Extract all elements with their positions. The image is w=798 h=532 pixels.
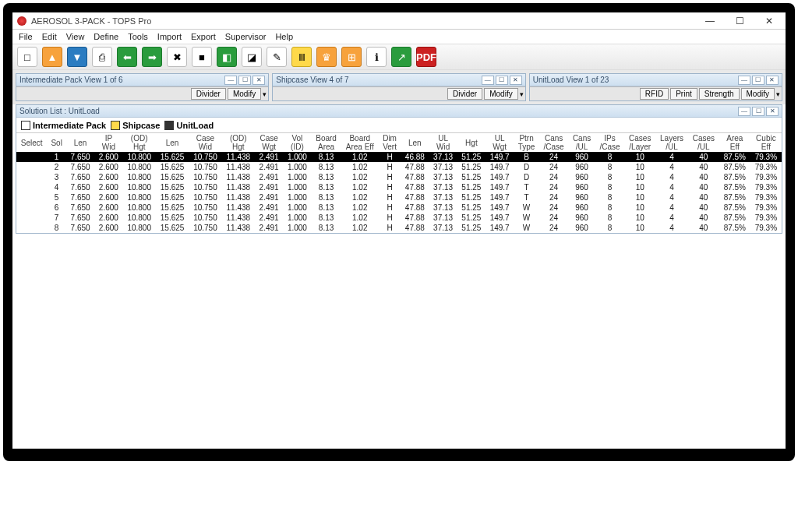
col-header[interactable]: Dim Vert [379,133,401,152]
col-header[interactable]: Len [401,133,429,152]
chart-icon[interactable]: ↗ [391,47,411,67]
solution-list-title: Solution List : UnitLoad [19,107,738,115]
pdf-icon[interactable]: PDF [416,47,436,67]
footer-btn-rfid[interactable]: RFID [640,88,669,100]
solution-table[interactable]: SelectSolLenIP Wid(OD) HgtLenCase Wid(OD… [16,133,782,233]
col-header[interactable]: UL Wgt [486,133,514,152]
col-header[interactable]: IP Wid [94,133,122,152]
col-header[interactable]: UL Wid [429,133,457,152]
edit-icon[interactable]: ✎ [267,47,287,67]
col-header[interactable]: Board Area Eff [341,133,379,152]
table-row[interactable]: 17.6502.60010.80015.62510.75011.4382.491… [16,152,782,162]
footer-btn-modify[interactable]: Modify [228,88,261,100]
menu-define[interactable]: Define [94,32,118,41]
col-header[interactable]: Case Wgt [255,133,283,152]
pane-title-shipcase: Shipcase View 4 of 7 [276,76,481,84]
col-header[interactable]: Hgt [457,133,486,152]
col-header[interactable]: Select [16,133,47,152]
pane-title-intermediate: Intermediate Pack View 1 of 6 [19,76,224,84]
menu-file[interactable]: File [19,32,33,41]
pane-max-icon[interactable]: ☐ [496,76,508,85]
menu-edit[interactable]: Edit [42,32,57,41]
col-header[interactable]: (OD) Hgt [123,133,156,152]
col-header[interactable]: Case Wid [189,133,221,152]
print-icon[interactable]: ⎙ [92,47,112,67]
col-header[interactable]: Len [156,133,189,152]
col-header[interactable]: Cubic Eff [750,133,782,152]
pane-min-icon[interactable]: — [224,76,237,85]
solution-list-pane: Solution List : UnitLoad —☐✕ Intermediat… [16,104,782,234]
table-row[interactable]: 77.6502.60010.80015.62510.75011.4382.491… [16,213,782,223]
workarea: Intermediate Pack View 1 of 6 —☐✕ 2.600 … [12,70,786,104]
footer-btn-divider[interactable]: Divider [191,88,226,100]
pane-max-icon[interactable]: ☐ [752,107,764,116]
footer-dropdown-icon[interactable]: ▾ [520,90,524,98]
footer-btn-divider[interactable]: Divider [447,88,482,100]
object-icon[interactable]: ■ [192,47,212,67]
menu-help[interactable]: Help [275,32,293,41]
menu-import[interactable]: Import [157,32,182,41]
arrow-fwd-icon[interactable]: ➡ [142,47,162,67]
toolbar: □▲▼⎙⬅➡✖■◧◪✎Ⅲ♛⊞ℹ↗PDF [12,44,786,70]
new-file-icon[interactable]: □ [17,47,37,67]
pane-close-icon[interactable]: ✕ [766,76,779,85]
menu-export[interactable]: Export [191,32,216,41]
menu-tools[interactable]: Tools [128,32,148,41]
table-row[interactable]: 27.6502.60010.80015.62510.75011.4382.491… [16,162,782,172]
table-row[interactable]: 47.6502.60010.80015.62510.75011.4382.491… [16,182,782,192]
arrange-icon[interactable]: ◪ [242,47,262,67]
col-header[interactable]: Len [66,133,94,152]
delete-icon[interactable]: ✖ [167,47,187,67]
col-header[interactable]: Cases /UL [688,133,719,152]
app-window: AEROSOL 3-PACK - TOPS Pro — ☐ ✕ File Edi… [12,12,786,449]
col-header[interactable]: Cans /UL [568,133,595,152]
col-header[interactable]: Board Area [312,133,341,152]
pane-min-icon[interactable]: — [482,76,494,85]
menu-view[interactable]: View [66,32,85,41]
pane-min-icon[interactable]: — [738,107,750,116]
col-header[interactable]: Cans /Case [539,133,568,152]
col-header[interactable]: Sol [47,133,66,152]
crown-icon[interactable]: ♛ [316,47,337,67]
save-file-icon[interactable]: ▼ [67,47,87,67]
table-row[interactable]: 87.6502.60010.80015.62510.75011.4382.491… [16,223,782,233]
col-header[interactable]: (OD) Hgt [222,133,255,152]
col-header[interactable]: Cases /Layer [624,133,655,152]
tab-shipcase[interactable]: Shipcase [111,121,160,130]
footer-btn-print[interactable]: Print [670,88,697,100]
table-row[interactable]: 37.6502.60010.80015.62510.75011.4382.491… [16,172,782,182]
casy-icon[interactable]: Ⅲ [291,47,312,67]
menu-supervisor[interactable]: Supervisor [225,32,267,41]
tab-intermediate-pack[interactable]: Intermediate Pack [21,121,106,130]
col-header[interactable]: IPs /Case [595,133,624,152]
close-button[interactable]: ✕ [756,16,782,26]
maximize-button[interactable]: ☐ [726,16,753,26]
footer-btn-modify[interactable]: Modify [484,88,517,100]
col-header[interactable]: Area Eff [719,133,750,152]
footer-dropdown-icon[interactable]: ▾ [776,90,780,98]
pallet-icon[interactable]: ◧ [217,47,237,67]
col-header[interactable]: Vol (ID) [283,133,311,152]
open-file-icon[interactable]: ▲ [42,47,62,67]
footer-btn-strength[interactable]: Strength [699,88,740,100]
minimize-button[interactable]: — [697,16,723,26]
footer-dropdown-icon[interactable]: ▾ [263,90,267,98]
arrow-back-icon[interactable]: ⬅ [117,47,137,67]
col-header[interactable]: Layers /UL [655,133,688,152]
titlebar: AEROSOL 3-PACK - TOPS Pro — ☐ ✕ [12,12,786,30]
app-icon [17,16,26,26]
menubar: File Edit View Define Tools Import Expor… [12,30,786,44]
tab-unitload[interactable]: UnitLoad [164,121,214,130]
pane-max-icon[interactable]: ☐ [752,76,764,85]
grid-icon[interactable]: ⊞ [341,47,362,67]
col-header[interactable]: Ptrn Type [514,133,539,152]
table-row[interactable]: 57.6502.60010.80015.62510.75011.4382.491… [16,192,782,203]
pane-min-icon[interactable]: — [738,76,750,85]
pane-close-icon[interactable]: ✕ [766,107,779,116]
info-icon[interactable]: ℹ [366,47,387,67]
pane-close-icon[interactable]: ✕ [510,76,522,85]
table-row[interactable]: 67.6502.60010.80015.62510.75011.4382.491… [16,203,782,213]
pane-max-icon[interactable]: ☐ [238,76,251,85]
pane-close-icon[interactable]: ✕ [252,76,265,85]
footer-btn-modify[interactable]: Modify [741,88,775,100]
